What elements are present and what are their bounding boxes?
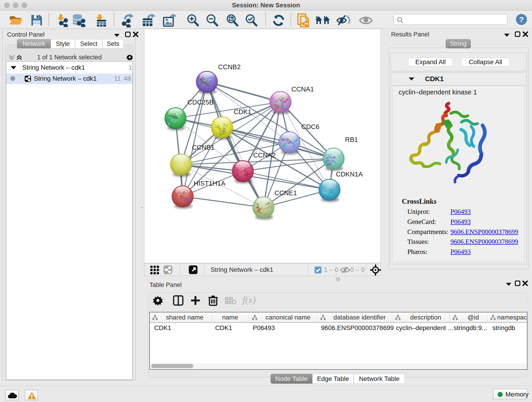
svg-text:CDKN1A: CDKN1A [336, 171, 363, 178]
svg-text:RB1: RB1 [345, 136, 358, 143]
svg-text:CDC6: CDC6 [301, 123, 319, 130]
svg-text:CDK1: CDK1 [234, 108, 251, 115]
svg-text:HIST1H1A: HIST1H1A [194, 180, 225, 187]
svg-text:CDC25B: CDC25B [187, 99, 214, 106]
svg-text:CCNB1: CCNB1 [192, 144, 215, 151]
svg-text:CCNA1: CCNA1 [291, 85, 314, 93]
svg-text:?: ? [519, 15, 524, 24]
svg-text:CCNE1: CCNE1 [274, 189, 297, 197]
svg-text:CCNA2: CCNA2 [253, 152, 276, 159]
svg-text:CCNB2: CCNB2 [218, 63, 241, 70]
